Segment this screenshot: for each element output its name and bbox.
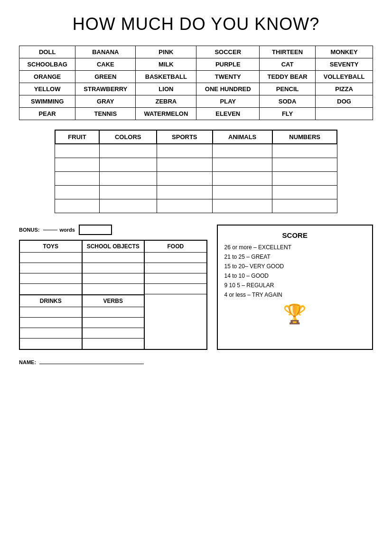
word-bank-cell: STRAWBERRY — [75, 83, 136, 95]
word-bank-cell: PURPLE — [196, 58, 260, 71]
word-bank-cell: LION — [136, 83, 196, 95]
name-row: NAME: — [19, 359, 373, 365]
category-cell[interactable] — [157, 199, 212, 213]
word-bank-cell — [316, 108, 373, 120]
bonus-words-label: words — [59, 227, 75, 233]
word-bank-cell: ELEVEN — [196, 108, 260, 120]
food-label: FOOD — [145, 241, 206, 253]
category-header: FRUIT — [55, 130, 100, 144]
word-bank-cell: DOLL — [19, 46, 75, 58]
score-title: SCORE — [224, 231, 365, 239]
score-item: 14 to 10 – GOOD — [224, 273, 365, 279]
word-bank-cell: ONE HUNDRED — [196, 83, 260, 95]
category-cell[interactable] — [213, 199, 272, 213]
trophy-icon: 🏆 — [224, 303, 365, 325]
bonus-line — [43, 230, 57, 230]
category-cell[interactable] — [99, 158, 157, 172]
category-cell[interactable] — [272, 172, 337, 186]
word-bank-cell: YELLOW — [19, 83, 75, 95]
category-cell[interactable] — [272, 186, 337, 199]
word-bank-cell: PLAY — [196, 95, 260, 108]
word-bank-cell: PIZZA — [316, 83, 373, 95]
category-cell[interactable] — [213, 158, 272, 172]
verbs-label: VERBS — [83, 295, 144, 307]
category-cell[interactable] — [157, 158, 212, 172]
category-boxes-grid: TOYS SCHOOL OBJECTS FOOD DRINKS VERBS — [19, 240, 207, 350]
verbs-box: VERBS — [82, 295, 145, 349]
score-panel: SCORE 26 or more – EXCELLENT21 to 25 – G… — [217, 225, 373, 350]
word-bank-cell: PEAR — [19, 108, 75, 120]
left-panel: BONUS: words TOYS SCHOOL OBJECTS FOOD DR… — [19, 225, 207, 350]
category-cell[interactable] — [157, 172, 212, 186]
word-bank-cell: GRAY — [75, 95, 136, 108]
category-table: FRUITCOLORSSPORTSANIMALSNUMBERS — [55, 130, 338, 213]
category-header: SPORTS — [157, 130, 212, 144]
category-cell[interactable] — [99, 144, 157, 158]
score-item: 9 10 5 – REGULAR — [224, 282, 365, 289]
category-cell[interactable] — [272, 158, 337, 172]
bottom-section: BONUS: words TOYS SCHOOL OBJECTS FOOD DR… — [19, 225, 373, 350]
school-objects-label: SCHOOL OBJECTS — [83, 241, 144, 253]
word-bank-cell: DOG — [316, 95, 373, 108]
name-underline — [39, 364, 144, 364]
category-cell[interactable] — [213, 186, 272, 199]
bonus-row: BONUS: words — [19, 225, 207, 235]
category-cell[interactable] — [55, 172, 100, 186]
score-item: 21 to 25 – GREAT — [224, 254, 365, 260]
category-cell[interactable] — [157, 186, 212, 199]
category-header: NUMBERS — [272, 130, 337, 144]
category-cell[interactable] — [99, 186, 157, 199]
toys-box: TOYS — [19, 240, 82, 295]
word-bank-table: DOLLBANANAPINKSOCCERTHIRTEENMONKEYSCHOOL… — [19, 46, 373, 120]
word-bank-cell: SODA — [260, 95, 316, 108]
name-label: NAME: — [19, 359, 36, 365]
word-bank-cell: BASKETBALL — [136, 71, 196, 83]
category-cell[interactable] — [99, 199, 157, 213]
word-bank-cell: FLY — [260, 108, 316, 120]
word-bank-cell: BANANA — [75, 46, 136, 58]
word-bank-cell: SCHOOLBAG — [19, 58, 75, 71]
word-bank-cell: PINK — [136, 46, 196, 58]
word-bank-cell: ZEBRA — [136, 95, 196, 108]
word-bank-cell: SOCCER — [196, 46, 260, 58]
drinks-box: DRINKS — [19, 295, 82, 349]
word-bank-cell: CAT — [260, 58, 316, 71]
toys-label: TOYS — [20, 241, 82, 253]
category-header: ANIMALS — [213, 130, 272, 144]
score-item: 26 or more – EXCELLENT — [224, 244, 365, 251]
category-cell[interactable] — [157, 144, 212, 158]
food-box: FOOD — [144, 240, 207, 349]
category-cell[interactable] — [272, 199, 337, 213]
word-bank-cell: GREEN — [75, 71, 136, 83]
word-bank-cell: TWENTY — [196, 71, 260, 83]
school-objects-box: SCHOOL OBJECTS — [82, 240, 145, 295]
category-cell[interactable] — [99, 172, 157, 186]
word-bank-cell: THIRTEEN — [260, 46, 316, 58]
word-bank-cell: SWIMMING — [19, 95, 75, 108]
category-cell[interactable] — [55, 158, 100, 172]
word-bank-cell: SEVENTY — [316, 58, 373, 71]
word-bank-cell: MONKEY — [316, 46, 373, 58]
word-bank-cell: VOLLEYBALL — [316, 71, 373, 83]
score-item: 4 or less – TRY AGAIN — [224, 292, 365, 298]
word-bank-cell: WATERMELON — [136, 108, 196, 120]
word-bank-cell: ORANGE — [19, 71, 75, 83]
category-cell[interactable] — [55, 186, 100, 199]
category-cell[interactable] — [55, 199, 100, 213]
word-bank-cell: TENNIS — [75, 108, 136, 120]
category-cell[interactable] — [55, 144, 100, 158]
word-bank-cell: MILK — [136, 58, 196, 71]
category-cell[interactable] — [213, 144, 272, 158]
page-title: HOW MUCH DO YOU KNOW? — [19, 14, 373, 34]
word-bank-cell: CAKE — [75, 58, 136, 71]
score-item: 15 to 20– VERY GOOD — [224, 263, 365, 270]
drinks-label: DRINKS — [20, 295, 82, 307]
category-cell[interactable] — [272, 144, 337, 158]
bonus-label: BONUS: — [19, 227, 39, 233]
bonus-score-box[interactable] — [79, 225, 112, 235]
word-bank-cell: TEDDY BEAR — [260, 71, 316, 83]
word-bank-cell: PENCIL — [260, 83, 316, 95]
category-header: COLORS — [99, 130, 157, 144]
category-cell[interactable] — [213, 172, 272, 186]
